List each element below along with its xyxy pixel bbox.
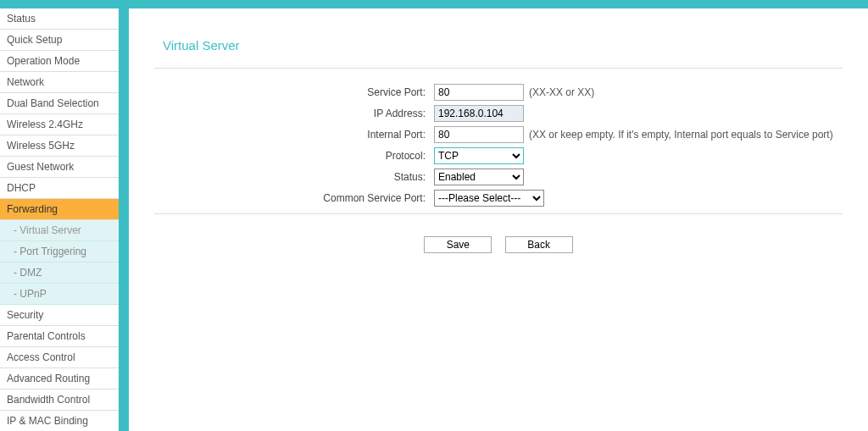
sidebar-sub-dmz[interactable]: - DMZ bbox=[0, 262, 119, 284]
sidebar-item-guest-network[interactable]: Guest Network bbox=[0, 157, 119, 178]
sidebar-item-bandwidth[interactable]: Bandwidth Control bbox=[0, 390, 119, 411]
sidebar-item-access[interactable]: Access Control bbox=[0, 347, 119, 368]
main-container: Status Quick Setup Operation Mode Networ… bbox=[0, 8, 868, 431]
sidebar-item-security[interactable]: Security bbox=[0, 305, 119, 326]
hint-service-port: (XX-XX or XX) bbox=[529, 86, 594, 98]
page-title: Virtual Server bbox=[154, 25, 843, 61]
divider-top bbox=[154, 68, 843, 69]
label-status: Status: bbox=[154, 171, 434, 183]
divider-bottom bbox=[154, 213, 843, 214]
sidebar-item-operation-mode[interactable]: Operation Mode bbox=[0, 51, 119, 72]
back-button[interactable]: Back bbox=[505, 236, 573, 253]
label-internal-port: Internal Port: bbox=[154, 129, 434, 141]
input-internal-port[interactable] bbox=[434, 126, 524, 143]
sidebar-sub-upnp[interactable]: - UPnP bbox=[0, 284, 119, 305]
sidebar-sub-virtual-server[interactable]: - Virtual Server bbox=[0, 220, 119, 241]
content-area: Virtual Server Service Port: (XX-XX or X… bbox=[129, 8, 868, 431]
sidebar-item-wireless-5[interactable]: Wireless 5GHz bbox=[0, 135, 119, 157]
form: Service Port: (XX-XX or XX) IP Address: … bbox=[154, 84, 843, 207]
input-service-port[interactable] bbox=[434, 84, 524, 101]
sidebar-gap bbox=[119, 8, 129, 431]
sidebar-item-adv-routing[interactable]: Advanced Routing bbox=[0, 368, 119, 390]
save-button[interactable]: Save bbox=[424, 236, 492, 253]
label-ip-address: IP Address: bbox=[154, 108, 434, 119]
sidebar-item-network[interactable]: Network bbox=[0, 72, 119, 93]
input-ip-address[interactable] bbox=[434, 105, 524, 122]
sidebar-item-parental[interactable]: Parental Controls bbox=[0, 326, 119, 347]
sidebar-item-forwarding[interactable]: Forwarding bbox=[0, 199, 119, 220]
sidebar-item-wireless-24[interactable]: Wireless 2.4GHz bbox=[0, 114, 119, 135]
button-row: Save Back bbox=[154, 236, 843, 253]
label-service-port: Service Port: bbox=[154, 86, 434, 98]
label-common-port: Common Service Port: bbox=[154, 192, 434, 204]
select-common-port[interactable]: ---Please Select--- bbox=[434, 190, 544, 207]
sidebar-item-dual-band[interactable]: Dual Band Selection bbox=[0, 93, 119, 114]
sidebar-sub-port-triggering[interactable]: - Port Triggering bbox=[0, 241, 119, 262]
hint-internal-port: (XX or keep empty. If it's empty, Intern… bbox=[529, 129, 833, 141]
sidebar-item-dhcp[interactable]: DHCP bbox=[0, 178, 119, 199]
select-status[interactable]: Enabled bbox=[434, 169, 524, 185]
sidebar-item-ip-mac[interactable]: IP & MAC Binding bbox=[0, 411, 119, 431]
top-bar bbox=[0, 0, 868, 8]
sidebar-item-quick-setup[interactable]: Quick Setup bbox=[0, 30, 119, 51]
sidebar: Status Quick Setup Operation Mode Networ… bbox=[0, 8, 119, 431]
select-protocol[interactable]: TCP bbox=[434, 147, 524, 164]
label-protocol: Protocol: bbox=[154, 150, 434, 162]
sidebar-item-status[interactable]: Status bbox=[0, 8, 119, 30]
